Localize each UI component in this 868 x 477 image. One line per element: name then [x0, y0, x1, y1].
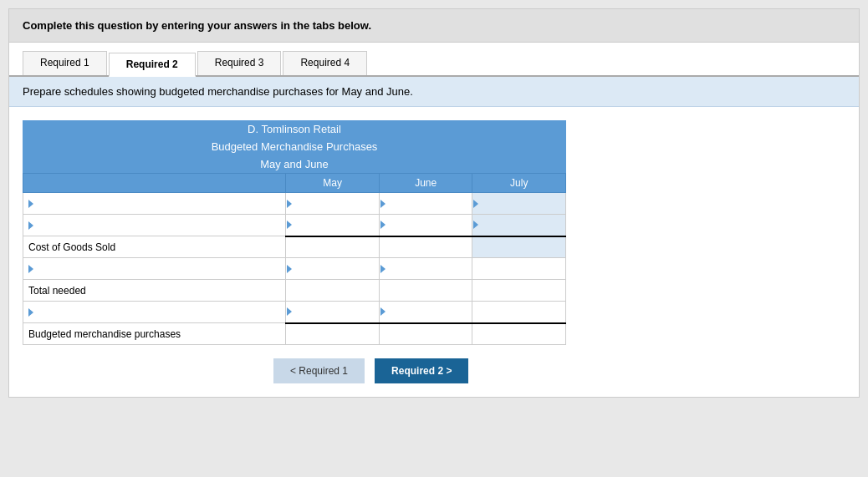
- row1-june-cell: [379, 193, 472, 215]
- row6-may-input[interactable]: [291, 306, 374, 317]
- row5-may-cell: [286, 280, 380, 302]
- triangle-icon: [28, 265, 33, 273]
- row2-may-input[interactable]: [291, 219, 374, 231]
- row5-june-cell: [379, 280, 472, 302]
- row3-may-input[interactable]: [291, 241, 374, 253]
- table-row: [23, 258, 566, 280]
- triangle-icon: [380, 221, 385, 229]
- instruction-bar: Complete this question by entering your …: [9, 9, 859, 43]
- row1-may-input[interactable]: [291, 198, 374, 210]
- table-row: [23, 215, 566, 236]
- row3-label: Cost of Goods Sold: [23, 236, 286, 258]
- col-header-june: June: [379, 174, 472, 193]
- tabs-container: Required 1 Required 2 Required 3 Require…: [9, 43, 859, 77]
- triangle-icon: [287, 221, 292, 229]
- row1-june-input[interactable]: [385, 198, 467, 210]
- row2-july-input[interactable]: [477, 219, 560, 231]
- row5-july-cell: [472, 280, 566, 302]
- instruction-text: Complete this question by entering your …: [23, 19, 371, 32]
- row4-label: [23, 258, 286, 280]
- row7-label: Budgeted merchandise purchases: [23, 323, 286, 345]
- triangle-icon: [380, 200, 385, 208]
- prev-button[interactable]: < Required 1: [273, 358, 365, 383]
- row7-may-input[interactable]: [291, 328, 374, 340]
- tab-required2[interactable]: Required 2: [109, 53, 196, 77]
- triangle-icon: [380, 307, 385, 316]
- row2-may-cell: [286, 215, 380, 236]
- triangle-icon: [380, 265, 385, 273]
- table-row: Total needed: [23, 280, 566, 302]
- row2-june-input[interactable]: [385, 219, 467, 231]
- description-bar: Prepare schedules showing budgeted merch…: [9, 77, 859, 107]
- row4-july-cell: [472, 258, 566, 280]
- row4-june-cell: [379, 258, 472, 280]
- table-title-section: D. Tomlinson Retail Budgeted Merchandise…: [23, 120, 566, 173]
- row7-june-cell: [379, 323, 472, 345]
- col-header-label: [23, 174, 286, 193]
- row6-label: [23, 302, 286, 323]
- content-area: D. Tomlinson Retail Budgeted Merchandise…: [9, 107, 859, 397]
- period: May and June: [23, 155, 566, 173]
- row4-june-input[interactable]: [385, 263, 467, 275]
- row1-may-cell: [286, 193, 380, 215]
- tab-required3[interactable]: Required 3: [197, 51, 282, 75]
- row6-may-cell: [286, 302, 380, 323]
- row1-july-input[interactable]: [477, 198, 560, 210]
- triangle-icon: [473, 221, 478, 229]
- triangle-icon: [287, 200, 292, 208]
- footer-buttons: < Required 1 Required 2 >: [23, 358, 845, 383]
- triangle-icon: [287, 265, 292, 273]
- row5-may-input[interactable]: [291, 285, 374, 297]
- table-row: [23, 193, 566, 215]
- row2-june-cell: [379, 215, 472, 236]
- company-name: D. Tomlinson Retail: [23, 120, 566, 138]
- schedule-container: D. Tomlinson Retail Budgeted Merchandise…: [23, 120, 566, 345]
- tab-required4[interactable]: Required 4: [283, 51, 367, 75]
- table-row: Cost of Goods Sold: [23, 236, 566, 258]
- schedule-table: May June July: [23, 173, 566, 345]
- row6-june-cell: [379, 302, 472, 323]
- row3-july-cell: [472, 236, 566, 258]
- row6-june-input[interactable]: [385, 306, 467, 317]
- row2-july-cell: [472, 215, 566, 236]
- row1-label: [23, 193, 286, 215]
- tab-required1[interactable]: Required 1: [23, 51, 107, 75]
- row7-july-cell: [472, 323, 566, 345]
- table-row: [23, 302, 566, 323]
- row1-july-cell: [472, 193, 566, 215]
- row3-june-cell: [379, 236, 472, 258]
- col-header-july: July: [472, 174, 566, 193]
- row3-june-input[interactable]: [385, 241, 467, 253]
- row5-label: Total needed: [23, 280, 286, 302]
- row4-may-input[interactable]: [291, 263, 374, 275]
- row4-may-cell: [286, 258, 380, 280]
- triangle-icon: [28, 308, 33, 317]
- triangle-icon: [28, 200, 33, 208]
- triangle-icon: [473, 200, 478, 208]
- next-button[interactable]: Required 2 >: [375, 358, 468, 383]
- row7-june-input[interactable]: [385, 328, 467, 340]
- schedule-title: Budgeted Merchandise Purchases: [23, 138, 566, 155]
- triangle-icon: [28, 221, 33, 230]
- row5-june-input[interactable]: [385, 285, 467, 297]
- row3-may-cell: [286, 236, 380, 258]
- main-container: Complete this question by entering your …: [8, 8, 860, 398]
- row3-july-input[interactable]: [477, 241, 560, 253]
- col-header-may: May: [286, 174, 380, 193]
- table-row: Budgeted merchandise purchases: [23, 323, 566, 345]
- row7-may-cell: [286, 323, 380, 345]
- row2-label: [23, 215, 286, 236]
- description-text: Prepare schedules showing budgeted merch…: [23, 85, 413, 98]
- triangle-icon: [287, 307, 292, 316]
- row6-july-cell: [472, 302, 566, 323]
